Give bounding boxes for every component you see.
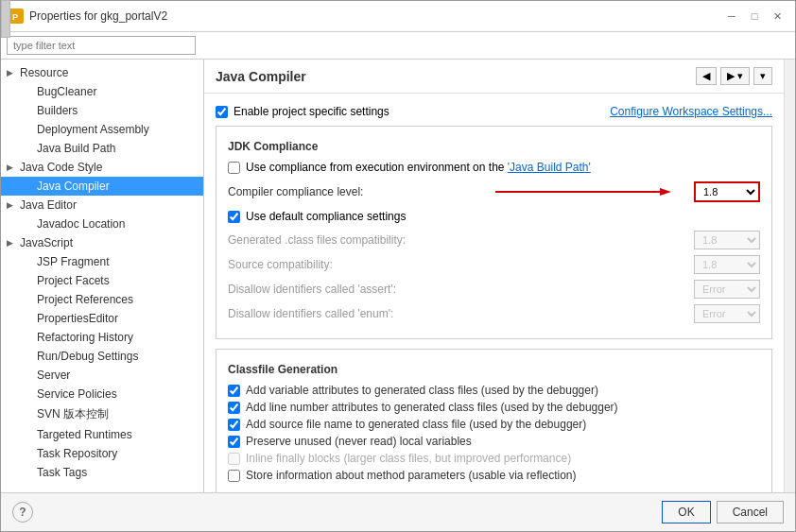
enable-row: Enable project specific settings Configu… <box>216 105 772 118</box>
sidebar-item-label: SVN 版本控制 <box>37 406 109 422</box>
source-label: Source compatibility: <box>228 258 436 271</box>
menu-button[interactable]: ▾ <box>753 67 772 85</box>
classfile-checkbox-store-info[interactable] <box>228 470 240 482</box>
classfile-section: Classfile Generation Add variable attrib… <box>216 349 772 492</box>
sidebar-item-targeted-runtimes[interactable]: Targeted Runtimes <box>1 425 203 444</box>
minimize-button[interactable]: ─ <box>721 7 742 26</box>
assert-row: Disallow identifiers called 'assert': Er… <box>228 280 760 299</box>
classfile-section-title: Classfile Generation <box>228 363 760 376</box>
classfile-checkbox-add-variable[interactable] <box>228 385 240 397</box>
classfile-label-preserve-unused: Preserve unused (never read) local varia… <box>246 435 472 448</box>
sidebar-item-service-policies[interactable]: Service Policies <box>1 385 203 403</box>
sidebar-item-label: JSP Fragment <box>37 255 109 268</box>
cancel-button[interactable]: Cancel <box>717 501 784 523</box>
sidebar-item-server[interactable]: Server <box>1 366 203 385</box>
classfile-item-add-source: Add source file name to generated class … <box>228 418 760 431</box>
sidebar-item-properties-editor[interactable]: PropertiesEditor <box>1 309 203 328</box>
sidebar-item-label: PropertiesEditor <box>37 312 118 325</box>
enum-label: Disallow identifiers called 'enum': <box>228 307 436 320</box>
classfile-items-container: Add variable attributes to generated cla… <box>228 384 760 482</box>
sidebar-item-label: Refactoring History <box>37 331 133 344</box>
classfile-item-add-line-number: Add line number attributes to generated … <box>228 401 760 414</box>
classfile-label-add-variable: Add variable attributes to generated cla… <box>246 384 598 397</box>
enable-project-specific-checkbox[interactable] <box>216 106 228 118</box>
java-build-path-link[interactable]: 'Java Build Path' <box>508 161 591 174</box>
sidebar-item-javadoc-location[interactable]: Javadoc Location <box>1 215 203 233</box>
title-bar-left: P Properties for gkg_portalV2 <box>9 9 167 24</box>
sidebar-item-jsp-fragment[interactable]: JSP Fragment <box>1 252 203 271</box>
sidebar-item-java-code-style[interactable]: ▶Java Code Style <box>1 158 203 177</box>
sidebar-item-label: Run/Debug Settings <box>37 350 138 363</box>
right-scrollbar[interactable] <box>784 60 795 492</box>
sidebar-item-bugcleaner[interactable]: BugCleaner <box>1 82 203 101</box>
ok-button[interactable]: OK <box>662 501 710 523</box>
content-area: ▶ResourceBugCleanerBuildersDeployment As… <box>1 60 795 492</box>
maximize-button[interactable]: □ <box>744 7 765 26</box>
sidebar-item-label: Service Policies <box>37 387 117 401</box>
forward-button[interactable]: ▶ ▾ <box>720 67 750 85</box>
sidebar-item-task-tags[interactable]: Task Tags <box>1 463 203 482</box>
close-button[interactable]: ✕ <box>767 7 787 26</box>
sidebar-item-label: Server <box>37 369 70 382</box>
classfile-checkbox-inline-finally <box>228 453 240 465</box>
use-compliance-label: Use compliance from execution environmen… <box>246 161 591 174</box>
sidebar-item-label: JavaScript <box>20 236 73 249</box>
sidebar-item-java-editor[interactable]: ▶Java Editor <box>1 196 203 215</box>
classfile-label-add-line-number: Add line number attributes to generated … <box>246 401 618 414</box>
enable-label: Enable project specific settings <box>234 105 389 118</box>
filter-input[interactable] <box>7 36 196 55</box>
classfile-checkbox-add-line-number[interactable] <box>228 402 240 414</box>
sidebar-item-label: Java Code Style <box>20 161 102 174</box>
classfile-item-preserve-unused: Preserve unused (never read) local varia… <box>228 435 760 448</box>
sidebar-item-svn[interactable]: SVN 版本控制 <box>1 403 203 425</box>
properties-window: P Properties for gkg_portalV2 ─ □ ✕ ▶Res… <box>0 0 796 532</box>
back-button[interactable]: ◀ <box>696 67 717 85</box>
sidebar-item-refactoring-history[interactable]: Refactoring History <box>1 328 203 347</box>
sidebar: ▶ResourceBugCleanerBuildersDeployment As… <box>1 60 204 492</box>
jdk-section-title: JDK Compliance <box>228 140 760 153</box>
expand-arrow-icon: ▶ <box>7 238 16 248</box>
compliance-level-select[interactable]: 1.8 1.7 1.6 11 <box>694 181 760 202</box>
sidebar-item-javascript[interactable]: ▶JavaScript <box>1 233 203 252</box>
classfile-item-inline-finally: Inline finally blocks (larger class file… <box>228 452 760 465</box>
classfile-label-store-info: Store information about method parameter… <box>246 469 577 482</box>
sidebar-item-task-repository[interactable]: Task Repository <box>1 444 203 463</box>
sidebar-item-project-references[interactable]: Project References <box>1 290 203 309</box>
use-default-row: Use default compliance settings <box>228 210 760 223</box>
help-button[interactable]: ? <box>12 502 33 523</box>
window-icon: P <box>9 9 24 24</box>
expand-arrow-icon: ▶ <box>7 68 16 77</box>
sidebar-item-builders[interactable]: Builders <box>1 101 203 120</box>
use-compliance-checkbox[interactable] <box>228 162 240 174</box>
sidebar-item-label: Deployment Assembly <box>37 123 149 136</box>
action-buttons: OK Cancel <box>662 501 784 523</box>
assert-select: Error <box>694 280 760 299</box>
sidebar-item-java-compiler[interactable]: Java Compiler <box>1 177 203 196</box>
sidebar-item-project-facets[interactable]: Project Facets <box>1 271 203 290</box>
use-compliance-row: Use compliance from execution environmen… <box>228 161 760 174</box>
assert-label: Disallow identifiers called 'assert': <box>228 283 436 296</box>
source-row: Source compatibility: 1.8 <box>228 255 760 274</box>
classfile-checkbox-add-source[interactable] <box>228 419 240 431</box>
sidebar-item-label: Targeted Runtimes <box>37 428 132 441</box>
filter-bar <box>1 32 795 60</box>
sidebar-item-label: Task Tags <box>37 466 87 479</box>
sidebar-item-deployment-assembly[interactable]: Deployment Assembly <box>1 120 203 139</box>
configure-workspace-link[interactable]: Configure Workspace Settings... <box>610 105 772 118</box>
enum-row: Disallow identifiers called 'enum': Erro… <box>228 304 760 323</box>
sidebar-item-label: Project References <box>37 293 133 306</box>
title-bar-controls: ─ □ ✕ <box>721 7 787 26</box>
panel-content: Enable project specific settings Configu… <box>204 94 784 492</box>
sidebar-item-label: BugCleaner <box>37 85 96 98</box>
classfile-checkbox-preserve-unused[interactable] <box>228 436 240 448</box>
sidebar-item-label: Java Compiler <box>37 180 110 193</box>
panel-header: Java Compiler ◀ ▶ ▾ ▾ <box>204 60 784 94</box>
source-select: 1.8 <box>694 255 760 274</box>
sidebar-item-label: Project Facets <box>37 274 110 287</box>
svg-text:P: P <box>12 12 18 22</box>
sidebar-item-run-debug-settings[interactable]: Run/Debug Settings <box>1 347 203 366</box>
sidebar-item-java-build-path[interactable]: Java Build Path <box>1 139 203 158</box>
sidebar-item-resource[interactable]: ▶Resource <box>1 63 203 82</box>
use-default-checkbox[interactable] <box>228 211 240 223</box>
main-panel: Java Compiler ◀ ▶ ▾ ▾ Enable project spe… <box>204 60 784 492</box>
